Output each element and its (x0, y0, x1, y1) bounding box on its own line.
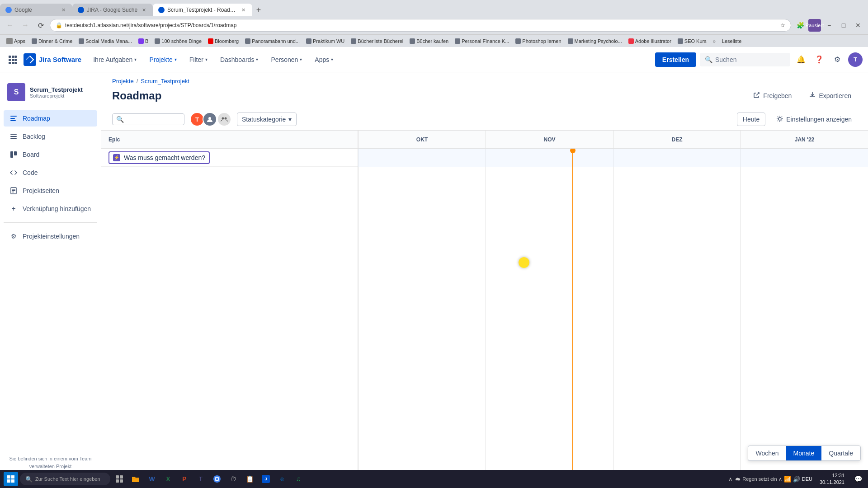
tab-jira-search-close[interactable]: ✕ (140, 6, 147, 14)
epic-row-1[interactable]: ⚡ Was muss gemacht werden? (101, 149, 358, 167)
svg-rect-7 (12, 62, 14, 64)
svg-rect-19 (12, 190, 15, 191)
profile-btn[interactable]: Pausiert (808, 19, 821, 32)
taskbar-edge[interactable]: e (275, 472, 289, 486)
breadcrumb-projekte[interactable]: Projekte (112, 78, 134, 84)
sidebar-item-code[interactable]: Code (4, 164, 97, 181)
reload-button[interactable]: ⟳ (34, 19, 47, 32)
bookmark-photoshop[interactable]: Photoshop lernen (513, 38, 564, 45)
bookmark-buecher-kaufen[interactable]: Bücher kaufen (407, 38, 451, 45)
bookmark-marketing[interactable]: Marketing Psycholo... (565, 38, 625, 45)
heute-button[interactable]: Heute (737, 113, 765, 126)
taskbar-excel[interactable]: X (161, 472, 175, 486)
user-avatar[interactable]: T (848, 52, 863, 67)
sidebar-item-verknuepfung[interactable]: + Verknüpfung hinzufügen (4, 201, 97, 217)
tab-active[interactable]: Scrum_Testprojekt - Roadmap - ✕ (153, 4, 252, 16)
bookmark-100[interactable]: 100 schöne Dinge (152, 38, 204, 45)
nav-personen-chevron: ▾ (300, 57, 302, 62)
roadmap-settings-button[interactable]: Einstellungen anzeigen (771, 113, 857, 127)
bookmark-personal-finance[interactable]: Personal Finance K... (452, 38, 512, 45)
nav-ihre-aufgaben[interactable]: Ihre Aufgaben ▾ (89, 53, 141, 66)
address-bar[interactable]: 🔒 testdeutsch1.atlassian.net/jira/softwa… (50, 19, 791, 32)
extension-icon[interactable]: 🧩 (794, 19, 807, 32)
quartale-button[interactable]: Quartale (821, 446, 860, 460)
bookmark-social[interactable]: Social Media Mana... (76, 38, 135, 45)
breadcrumb-scrum[interactable]: Scrum_Testprojekt (141, 78, 189, 84)
roadmap-search-box[interactable]: 🔍 (112, 113, 184, 125)
bookmark-praktikum[interactable]: Praktikum WU (303, 38, 347, 45)
bookmark-leseliste[interactable]: Leseliste (719, 38, 744, 45)
tab-jira-search-title: JIRA - Google Suche (87, 7, 137, 13)
nav-filter[interactable]: Filter ▾ (185, 53, 212, 66)
create-button[interactable]: Erstellen (655, 52, 696, 67)
bookmark-more[interactable]: » (710, 38, 718, 45)
sidebar-code-label: Code (23, 169, 38, 176)
taskbar-spotify[interactable]: ♫ (291, 472, 306, 486)
add-link-icon: + (9, 204, 18, 213)
taskbar-word[interactable]: W (145, 472, 159, 486)
tab-jira-search[interactable]: JIRA - Google Suche ✕ (72, 4, 153, 16)
taskbar-powerpoint[interactable]: P (177, 472, 192, 486)
network-icon[interactable]: 📶 (784, 476, 791, 483)
sidebar-item-roadmap[interactable]: Roadmap (4, 110, 97, 127)
chevron-up-icon[interactable]: ∧ (728, 476, 733, 483)
sidebar-item-projekteinstellungen[interactable]: ⚙ Projekteinstellungen (4, 228, 97, 244)
nav-projekte[interactable]: Projekte ▾ (145, 53, 181, 66)
exportieren-button[interactable]: Exportieren (803, 88, 857, 103)
bookmark-apps[interactable]: Apps (4, 37, 28, 45)
taskbar-search-box[interactable]: 🔍 Zur Suche Text hier eingeben (20, 473, 110, 485)
bookmark-dinner[interactable]: Dinner & Crime (29, 38, 75, 45)
bookmark-panorama-label: Panoramabahn und... (252, 38, 300, 44)
bookmark-buecherliste[interactable]: Bücherliste Bücherei (348, 38, 406, 45)
help-button[interactable]: ❓ (812, 52, 826, 67)
back-button[interactable]: ← (4, 19, 16, 32)
tab-google[interactable]: Google ✕ (0, 4, 72, 16)
settings-button[interactable]: ⚙ (830, 52, 844, 67)
roadmap-search-input[interactable] (127, 116, 172, 123)
taskbar-jira-taskbar[interactable]: J (259, 472, 273, 486)
nav-apps[interactable]: Apps ▾ (310, 53, 338, 66)
sidebar-item-board[interactable]: Board (4, 146, 97, 163)
taskbar-clock[interactable]: 12:31 30.11.2021 (816, 472, 848, 486)
notification-center-button[interactable]: 💬 (852, 473, 864, 485)
bookmark-adobe[interactable]: Adobe Illustrator (626, 38, 674, 45)
start-button[interactable] (4, 472, 18, 486)
search-box[interactable]: 🔍 Suchen (700, 53, 790, 66)
wochen-button[interactable]: Wochen (748, 446, 786, 460)
monate-button[interactable]: Monate (786, 446, 822, 460)
new-tab-button[interactable]: + (252, 4, 265, 16)
bookmark-seo[interactable]: SEO Kurs (675, 38, 709, 45)
minimize-btn[interactable]: − (823, 19, 835, 32)
epic-item-1[interactable]: ⚡ Was muss gemacht werden? (108, 151, 210, 164)
forward-button[interactable]: → (19, 19, 32, 32)
tab-google-close[interactable]: ✕ (60, 6, 67, 14)
taskbar-timer[interactable]: ⏱ (226, 472, 241, 486)
taskbar-file-explorer[interactable] (128, 472, 143, 486)
maximize-btn[interactable]: □ (837, 19, 850, 32)
star-icon[interactable]: ☆ (780, 22, 785, 28)
toolbar-avatar-group[interactable] (217, 112, 231, 127)
bookmark-panorama[interactable]: Panoramabahn und... (242, 38, 302, 45)
status-category-dropdown[interactable]: Statuskategorie ▾ (237, 113, 297, 126)
project-name: Scrum_Testprojekt (30, 86, 83, 93)
notifications-button[interactable]: 🔔 (794, 52, 808, 67)
jira-logo[interactable]: Jira Software (24, 53, 81, 66)
volume-icon[interactable]: 🔊 (793, 476, 800, 483)
taskbar-task-view[interactable] (112, 472, 127, 486)
taskbar-chrome[interactable] (210, 472, 224, 486)
sidebar-item-projektseiten[interactable]: Projektseiten (4, 183, 97, 199)
bookmark-b[interactable]: B (136, 38, 151, 45)
freigeben-button[interactable]: Freigeben (747, 88, 797, 103)
bookmark-bloomberg[interactable]: Bloomberg (205, 38, 241, 45)
month-header-nov: NOV (486, 131, 613, 148)
close-btn[interactable]: ✕ (852, 19, 864, 32)
taskbar-teams[interactable]: T (193, 472, 208, 486)
apps-grid-icon[interactable] (5, 52, 20, 67)
sidebar-item-backlog[interactable]: Backlog (4, 128, 97, 145)
nav-dashboards[interactable]: Dashboards ▾ (216, 53, 263, 66)
taskbar-app6[interactable]: 📋 (242, 472, 257, 486)
project-header: S Scrum_Testprojekt Softwareprojekt (4, 80, 97, 105)
tab-active-close[interactable]: ✕ (240, 6, 247, 14)
nav-personen[interactable]: Personen ▾ (266, 53, 307, 66)
toolbar-avatar-unknown[interactable] (203, 112, 217, 127)
